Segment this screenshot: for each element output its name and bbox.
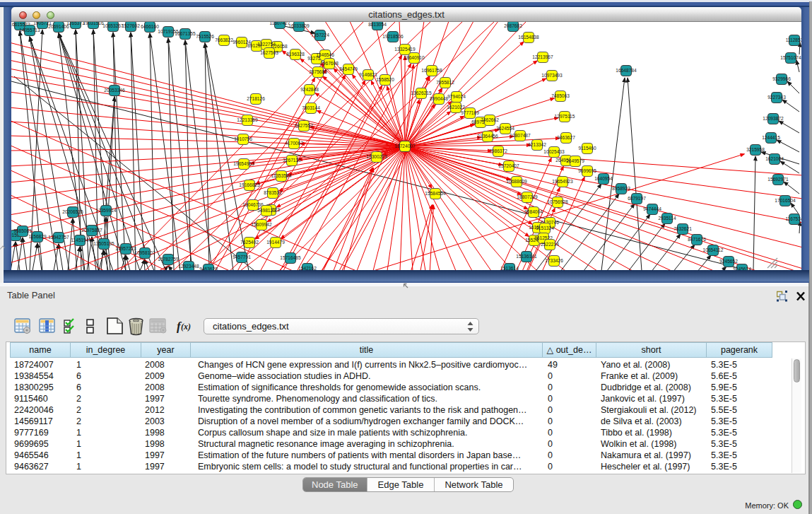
svg-text:1910756: 1910756 (234, 136, 252, 141)
svg-text:7462662: 7462662 (481, 117, 499, 122)
svg-text:1346546: 1346546 (316, 52, 334, 57)
svg-text:9794024: 9794024 (447, 94, 466, 99)
svg-text:1733426: 1733426 (545, 258, 563, 263)
svg-text:10654112: 10654112 (703, 247, 724, 252)
svg-text:2649579: 2649579 (566, 158, 584, 163)
svg-text:18640910: 18640910 (404, 55, 425, 60)
svg-text:13626215: 13626215 (411, 90, 432, 95)
svg-text:1527602: 1527602 (122, 23, 140, 28)
svg-text:10807487: 10807487 (510, 133, 531, 138)
svg-text:1167534: 1167534 (785, 216, 801, 221)
svg-text:13505135: 13505135 (93, 241, 114, 246)
svg-text:19218506: 19218506 (382, 34, 404, 39)
svg-text:16648784: 16648784 (616, 68, 637, 73)
svg-text:9151324: 9151324 (536, 226, 554, 230)
svg-text:15716485: 15716485 (280, 255, 301, 260)
svg-text:1621022: 1621022 (447, 105, 465, 110)
svg-text:1112853: 1112853 (786, 37, 801, 42)
svg-text:17359914: 17359914 (95, 208, 117, 213)
svg-text:16154838: 16154838 (518, 35, 539, 40)
svg-text:12942757: 12942757 (48, 235, 69, 240)
svg-text:9777169: 9777169 (461, 110, 479, 115)
svg-text:15300273: 15300273 (366, 154, 387, 159)
svg-text:1640954: 1640954 (594, 176, 613, 181)
svg-text:9227343: 9227343 (767, 95, 786, 100)
svg-text:18807249: 18807249 (517, 194, 538, 199)
svg-text:6213342: 6213342 (528, 142, 546, 147)
svg-text:13325419: 13325419 (394, 47, 416, 52)
svg-text:7357224: 7357224 (311, 33, 329, 37)
svg-text:16671355: 16671355 (175, 31, 196, 36)
svg-text:20975887: 20975887 (81, 228, 102, 233)
svg-text:7803144: 7803144 (302, 105, 320, 110)
svg-text:18724007: 18724007 (394, 144, 416, 148)
svg-text:9463628: 9463628 (199, 267, 218, 270)
svg-text:2522214: 2522214 (541, 242, 559, 247)
svg-text:21364456: 21364456 (477, 134, 498, 139)
svg-text:6879197: 6879197 (628, 196, 646, 201)
svg-text:9463627: 9463627 (557, 135, 575, 140)
svg-text:16782759: 16782759 (158, 257, 179, 262)
svg-text:6466160: 6466160 (141, 24, 159, 29)
svg-text:12093872: 12093872 (763, 116, 784, 121)
svg-text:19654923: 19654923 (552, 179, 573, 184)
svg-text:3624554: 3624554 (496, 126, 514, 131)
svg-text:7485063: 7485063 (551, 93, 570, 98)
svg-text:8471676: 8471676 (688, 237, 706, 242)
svg-text:10688609: 10688609 (506, 179, 527, 184)
svg-text:10756928: 10756928 (547, 199, 568, 204)
svg-text:2718126: 2718126 (247, 96, 265, 101)
svg-text:2935114: 2935114 (658, 216, 676, 221)
svg-text:15584554: 15584554 (425, 191, 446, 196)
svg-text:8427552: 8427552 (295, 123, 313, 128)
svg-text:7632621: 7632621 (673, 226, 692, 231)
svg-text:2087682: 2087682 (504, 23, 522, 28)
svg-text:3267130: 3267130 (283, 158, 301, 163)
svg-text:5498123: 5498123 (257, 208, 276, 213)
svg-text:12975115: 12975115 (555, 114, 575, 119)
svg-text:9245652: 9245652 (719, 259, 738, 264)
svg-text:4170067: 4170067 (285, 141, 303, 146)
svg-text:1244415: 1244415 (762, 135, 780, 140)
svg-text:14055713: 14055713 (19, 28, 40, 33)
svg-text:20053346: 20053346 (104, 88, 125, 93)
svg-text:10958107: 10958107 (134, 250, 155, 255)
svg-text:19654963: 19654963 (233, 161, 254, 166)
svg-text:9084004: 9084004 (524, 209, 543, 214)
svg-text:10025433: 10025433 (543, 149, 565, 154)
svg-text:15136141: 15136141 (516, 254, 537, 259)
svg-text:12213967: 12213967 (532, 54, 553, 59)
svg-text:1542162: 1542162 (298, 266, 317, 270)
svg-text:1627563: 1627563 (260, 50, 278, 55)
svg-text:15720407: 15720407 (498, 163, 519, 168)
svg-text:17957223: 17957223 (115, 246, 136, 251)
svg-text:9699695: 9699695 (578, 168, 596, 173)
svg-text:7955812: 7955812 (436, 80, 454, 85)
svg-text:1621064: 1621064 (765, 156, 784, 161)
svg-text:15609942: 15609942 (251, 222, 272, 227)
svg-text:1145194: 1145194 (71, 238, 89, 243)
svg-text:19031516: 19031516 (83, 22, 104, 25)
svg-text:12213369: 12213369 (237, 117, 258, 122)
svg-text:10973493: 10973493 (541, 73, 563, 78)
svg-text:19166825: 19166825 (239, 182, 260, 187)
svg-text:8813054: 8813054 (368, 22, 387, 27)
svg-text:1265373: 1265373 (66, 22, 85, 25)
svg-text:1513614: 1513614 (500, 266, 519, 270)
svg-text:9585061: 9585061 (13, 228, 32, 233)
svg-text:7663822: 7663822 (215, 37, 233, 42)
svg-text:9242848: 9242848 (300, 87, 319, 92)
svg-text:9474444: 9474444 (643, 206, 661, 211)
svg-text:17016504: 17016504 (775, 198, 796, 203)
svg-text:16961758: 16961758 (421, 68, 442, 73)
svg-text:8990448: 8990448 (430, 96, 448, 101)
svg-text:1558520: 1558520 (376, 77, 394, 82)
svg-text:9146821: 9146821 (359, 72, 377, 77)
svg-text:15751074: 15751074 (780, 55, 801, 60)
svg-text:7625402: 7625402 (240, 240, 259, 245)
svg-text:2967608: 2967608 (320, 61, 339, 66)
svg-text:7986372: 7986372 (489, 148, 507, 153)
svg-text:15692971: 15692971 (767, 177, 789, 182)
svg-text:3215958: 3215958 (746, 147, 765, 152)
svg-text:1156829: 1156829 (28, 234, 47, 239)
